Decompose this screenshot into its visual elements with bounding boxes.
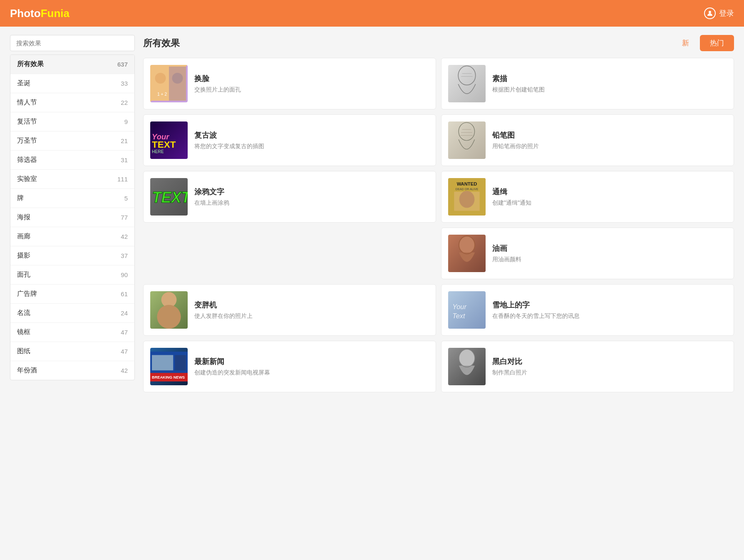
- svg-point-3: [155, 73, 166, 84]
- sidebar-item-count: 5: [124, 195, 128, 202]
- sidebar-item-1[interactable]: 圣诞 33: [10, 74, 134, 93]
- effect-card-油画[interactable]: 油画 用油画颜料: [441, 228, 734, 279]
- svg-text:Text: Text: [452, 312, 466, 320]
- effect-card-复古波[interactable]: Your TEXT HERE 复古波 将您的文字变成复古的插图: [143, 114, 436, 166]
- sidebar-item-label: 摄影: [17, 251, 30, 260]
- effect-thumb-fat: [150, 291, 188, 329]
- effect-thumb-news: BREAKING NEWS: [150, 348, 188, 385]
- sidebar-item-label: 复活节: [17, 117, 37, 126]
- svg-rect-31: [152, 355, 173, 370]
- effect-thumb-sketch: [448, 65, 486, 102]
- effect-info: 油画 用油画颜料: [492, 243, 521, 263]
- effect-name: 素描: [492, 74, 545, 84]
- sidebar-item-label: 面孔: [17, 270, 30, 279]
- effect-thumb-oil: [448, 235, 486, 272]
- sidebar-item-count: 637: [117, 61, 128, 68]
- effect-card-黑白对比[interactable]: 黑白对比 制作黑白照片: [441, 341, 734, 392]
- sidebar-item-count: 47: [121, 329, 128, 336]
- effect-desc: 用油画颜料: [492, 256, 521, 263]
- sidebar-item-count: 47: [121, 348, 128, 355]
- sidebar-item-2[interactable]: 情人节 22: [10, 93, 134, 112]
- effect-desc: 创建"通缉"通知: [492, 199, 531, 207]
- sidebar-item-count: 61: [121, 290, 128, 297]
- sidebar-item-0[interactable]: 所有效果 637: [10, 55, 134, 74]
- effect-card-通缉[interactable]: WANTED DEAD OR ALIVE 通缉 创建"通缉"通知: [441, 171, 734, 223]
- sidebar-item-12[interactable]: 广告牌 61: [10, 285, 134, 304]
- effect-info: 复古波 将您的文字变成复古的插图: [194, 130, 264, 150]
- effect-thumb-snow-text: Your Text: [448, 291, 486, 329]
- logo-photo: Photo: [10, 7, 41, 20]
- effect-desc: 根据图片创建铅笔图: [492, 86, 545, 94]
- effect-card-涂鸦文字[interactable]: TEXT 涂鸦文字 在墙上画涂鸦: [143, 171, 436, 223]
- sidebar-item-10[interactable]: 摄影 37: [10, 246, 134, 265]
- svg-text:WANTED: WANTED: [457, 181, 477, 186]
- effect-thumb-wanted: WANTED DEAD OR ALIVE: [448, 178, 486, 216]
- page-title: 所有效果: [143, 37, 180, 50]
- search-input[interactable]: [10, 35, 135, 51]
- svg-point-6: [458, 66, 476, 85]
- sidebar-item-label: 图纸: [17, 347, 30, 356]
- sidebar-item-8[interactable]: 海报 77: [10, 208, 134, 227]
- sidebar-item-label: 情人节: [17, 98, 37, 107]
- content-header: 所有效果 新 热门: [143, 35, 734, 51]
- login-label: 登录: [719, 8, 734, 18]
- sidebar-item-4[interactable]: 万圣节 21: [10, 131, 134, 151]
- user-icon: [704, 7, 716, 19]
- sidebar-item-5[interactable]: 筛选器 31: [10, 151, 134, 170]
- effect-name: 雪地上的字: [492, 300, 580, 310]
- effect-desc: 制作黑白照片: [492, 369, 527, 377]
- effect-name: 通缉: [492, 187, 531, 197]
- sidebar-item-count: 33: [121, 80, 128, 87]
- login-area[interactable]: 登录: [704, 7, 734, 19]
- sidebar-item-16[interactable]: 年份酒 42: [10, 361, 134, 380]
- sidebar-item-7[interactable]: 牌 5: [10, 189, 134, 208]
- effect-card-换脸[interactable]: 1 + 2 换脸 交换照片上的面孔: [143, 58, 436, 109]
- sidebar-item-count: 111: [117, 176, 128, 183]
- effect-card-最新新闻[interactable]: BREAKING NEWS 最新新闻 创建伪造的突发新闻电视屏幕: [143, 341, 436, 392]
- effect-info: 通缉 创建"通缉"通知: [492, 187, 531, 207]
- content-area: 所有效果 新 热门 1 + 2 换脸 交换照片上的面孔 素描 根据图片创建铅笔图: [143, 35, 734, 552]
- sidebar-item-count: 22: [121, 99, 128, 106]
- effect-card-雪地上的字[interactable]: Your Text 雪地上的字 在香酥的冬天的雪上写下您的讯息: [441, 284, 734, 336]
- hot-button[interactable]: 热门: [700, 35, 734, 51]
- logo[interactable]: PhotoFunia: [10, 7, 69, 20]
- effect-thumb-face-swap: 1 + 2: [150, 65, 188, 102]
- sidebar-item-3[interactable]: 复活节 9: [10, 112, 134, 131]
- new-button[interactable]: 新: [676, 35, 695, 51]
- sidebar-item-count: 42: [121, 367, 128, 374]
- sidebar-item-label: 广告牌: [17, 290, 37, 298]
- effect-thumb-pencil: [448, 121, 486, 159]
- svg-text:BREAKING NEWS: BREAKING NEWS: [152, 375, 185, 379]
- sidebar-item-label: 画廊: [17, 232, 30, 241]
- effect-card-素描[interactable]: 素描 根据图片创建铅笔图: [441, 58, 734, 109]
- effect-name: 换脸: [194, 74, 241, 84]
- sidebar-item-count: 21: [121, 137, 128, 144]
- sidebar-item-label: 镜框: [17, 328, 30, 337]
- sidebar-item-15[interactable]: 图纸 47: [10, 342, 134, 361]
- sidebar-item-label: 牌: [17, 194, 24, 203]
- effect-name: 黑白对比: [492, 357, 527, 367]
- svg-point-12: [459, 122, 474, 140]
- effect-card-变胖机[interactable]: 变胖机 使人发胖在你的照片上: [143, 284, 436, 336]
- sidebar-item-count: 24: [121, 310, 128, 317]
- effect-name: 油画: [492, 243, 521, 253]
- effect-desc: 将您的文字变成复古的插图: [194, 143, 264, 150]
- header-actions: 新 热门: [676, 35, 734, 51]
- sidebar-item-label: 圣诞: [17, 79, 30, 88]
- effect-thumb-bw: [448, 348, 486, 385]
- effect-name: 铅笔图: [492, 130, 539, 140]
- sidebar-item-6[interactable]: 实验室 111: [10, 170, 134, 189]
- sidebar-item-11[interactable]: 面孔 90: [10, 265, 134, 285]
- sidebar-item-14[interactable]: 镜框 47: [10, 323, 134, 342]
- sidebar-item-count: 37: [121, 252, 128, 259]
- sidebar-item-count: 90: [121, 271, 128, 278]
- effect-info: 换脸 交换照片上的面孔: [194, 74, 241, 94]
- effect-card-铅笔图[interactable]: 铅笔图 用铅笔画你的照片: [441, 114, 734, 166]
- header: PhotoFunia 登录: [0, 0, 744, 27]
- sidebar-item-count: 9: [124, 118, 128, 125]
- sidebar-item-9[interactable]: 画廊 42: [10, 227, 134, 246]
- main-container: 所有效果 637 圣诞 33 情人节 22 复活节 9 万圣节 21 筛选器 3…: [0, 27, 744, 560]
- sidebar-item-13[interactable]: 名流 24: [10, 304, 134, 323]
- effect-name: 最新新闻: [194, 357, 270, 367]
- effect-desc: 在墙上画涂鸦: [194, 199, 229, 207]
